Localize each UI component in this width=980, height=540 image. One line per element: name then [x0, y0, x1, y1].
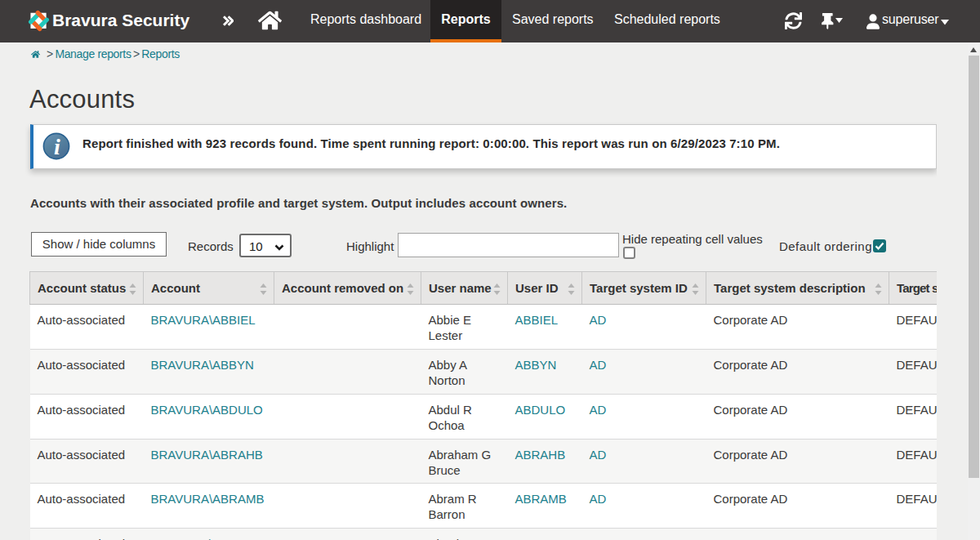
svg-text:i: i — [54, 134, 60, 159]
